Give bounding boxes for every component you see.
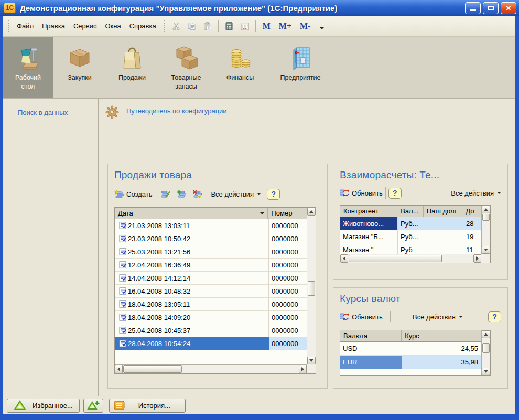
section-label: Продажи [118, 73, 146, 82]
table-row[interactable]: 18.04.2008 13:05:110000000 [115, 298, 316, 311]
document-check-icon [119, 287, 127, 295]
column-header-currency[interactable]: Валюта [340, 330, 402, 341]
currency-table: Валюта Курс USD 24,55 EUR [340, 330, 491, 376]
table-row[interactable]: Магазин "Б... Руб... 19 [340, 230, 490, 243]
currency-all-actions-button[interactable]: Все действия [413, 313, 463, 321]
table-row-selected[interactable]: Животново... Руб... 28 [340, 217, 490, 230]
column-header-date[interactable]: Дата [115, 208, 268, 219]
menu-service[interactable]: Сервис [69, 20, 101, 32]
table-row[interactable]: 12.04.2008 16:36:490000000 [115, 259, 316, 272]
calculator-button[interactable] [222, 19, 236, 33]
scroll-down-button[interactable] [482, 368, 490, 375]
scroll-left-button[interactable] [340, 254, 348, 263]
scrollbar-thumb[interactable] [123, 365, 182, 373]
table-row-selected[interactable]: 28.04.2008 10:54:240000000 [115, 337, 316, 350]
create-button[interactable]: Создать [114, 190, 152, 198]
section-purchases[interactable]: Закупки [53, 37, 106, 98]
arrow-left-icon [117, 367, 120, 371]
scrollbar-thumb[interactable] [482, 343, 490, 353]
menu-file[interactable]: Файл [13, 20, 38, 32]
calendar-button[interactable] [237, 19, 252, 33]
history-button[interactable]: История... [109, 399, 186, 413]
menu-windows[interactable]: Окна [101, 20, 125, 32]
sales-table: Дата Номер 21.03.2008 13:03:110000000 23… [114, 207, 316, 374]
scroll-down-button[interactable] [482, 246, 490, 254]
menu-help[interactable]: Справка [125, 20, 160, 32]
all-actions-label: Все действия [451, 189, 494, 197]
scroll-up-button[interactable] [307, 208, 316, 216]
table-row[interactable]: 23.03.2008 10:50:420000000 [115, 232, 316, 245]
workspace: Поиск в данных [3, 99, 515, 396]
edit-button[interactable] [158, 187, 173, 201]
minimize-button[interactable] [465, 2, 481, 14]
sales-all-actions-button[interactable]: Все действия [211, 190, 261, 198]
mutual-help-button[interactable]: ? [388, 188, 402, 199]
panels-row: Продажи товара Создать [99, 156, 515, 396]
table-row[interactable]: Магазин " Руб 11 [340, 243, 490, 254]
section-inventory[interactable]: Товарныезапасы [158, 37, 214, 98]
scroll-right-button[interactable] [299, 365, 307, 373]
table-row[interactable]: 21.03.2008 13:03:110000000 [115, 219, 316, 232]
table-row[interactable]: 16.04.2008 10:48:320000000 [115, 285, 316, 298]
horizontal-scrollbar[interactable] [340, 254, 481, 263]
desktop-top-row: Путеводитель по конфигурации [99, 99, 515, 156]
add-button[interactable] [174, 187, 189, 201]
maximize-button[interactable] [483, 2, 499, 14]
column-header-currency[interactable]: Вал... [397, 206, 424, 217]
scroll-right-button[interactable] [473, 254, 481, 263]
column-header-number[interactable]: Номер [268, 208, 307, 219]
section-desktop[interactable]: Рабочийстол [3, 37, 53, 98]
table-row[interactable]: 25.03.2008 13:21:560000000 [115, 245, 316, 259]
scrollbar-thumb[interactable] [308, 281, 315, 296]
configuration-guide-link[interactable]: Путеводитель по конфигурации [126, 107, 227, 115]
memory-subtract-button[interactable]: M- [296, 21, 315, 31]
table-row[interactable]: USD 24,55 [340, 342, 490, 356]
vertical-scrollbar[interactable] [481, 330, 490, 375]
section-finance[interactable]: Финансы [214, 37, 266, 98]
sales-help-button[interactable]: ? [267, 189, 280, 200]
refresh-button[interactable]: Обновить [340, 189, 383, 197]
horizontal-scrollbar[interactable] [115, 364, 307, 373]
scroll-up-button[interactable] [482, 206, 490, 213]
section-sales[interactable]: Продажи [106, 37, 158, 98]
scroll-down-button[interactable] [307, 357, 316, 364]
table-row-selected[interactable]: EUR 35,98 [340, 356, 490, 369]
table-row[interactable]: 14.04.2008 14:12:140000000 [115, 272, 316, 285]
scrollbar-thumb[interactable] [349, 255, 442, 262]
delete-button[interactable] [190, 187, 204, 201]
add-plus-icon [177, 190, 186, 198]
scrollbar-thumb[interactable] [482, 214, 490, 221]
currency-help-button[interactable]: ? [488, 311, 501, 322]
toolbar-separator [218, 20, 219, 32]
column-header-rate[interactable]: Курс [402, 330, 481, 341]
sidebar: Поиск в данных [3, 99, 99, 396]
copy-button[interactable] [185, 19, 199, 33]
mutual-all-actions-button[interactable]: Все действия [451, 189, 501, 197]
vertical-scrollbar[interactable] [481, 206, 490, 254]
table-row[interactable]: 18.04.2008 14:09:200000000 [115, 311, 316, 324]
paste-button[interactable] [200, 19, 215, 33]
edit-pencil-icon [161, 190, 170, 198]
create-button-label: Создать [126, 190, 152, 198]
memory-recall-button[interactable]: M [258, 21, 275, 31]
column-header-our-debt[interactable]: Наш долг [424, 206, 462, 217]
favorites-button[interactable]: Избранное... [7, 399, 80, 413]
close-button[interactable]: × [501, 2, 516, 14]
toolbar-grip-handle[interactable] [164, 20, 165, 32]
table-row[interactable]: 25.04.2008 10:45:370000000 [115, 324, 316, 337]
scroll-up-button[interactable] [482, 330, 490, 338]
scroll-left-button[interactable] [115, 365, 123, 373]
add-to-favorites-button[interactable] [83, 399, 103, 413]
column-header-debt[interactable]: До [462, 206, 481, 217]
menu-edit[interactable]: Правка [38, 20, 69, 32]
vertical-scrollbar[interactable] [307, 208, 316, 364]
column-header-contractor[interactable]: Контрагент [340, 206, 397, 217]
section-enterprise[interactable]: Предприятие [266, 37, 334, 98]
toolbar-overflow-button[interactable] [317, 22, 327, 30]
search-in-data-link[interactable]: Поиск в данных [18, 109, 68, 116]
refresh-button[interactable]: Обновить [340, 313, 383, 321]
toolbar-grip-handle[interactable] [8, 20, 9, 32]
application-window: 1С Демонстрационная конфигурация "Управл… [0, 0, 519, 420]
memory-add-button[interactable]: M+ [275, 21, 296, 31]
cut-button[interactable] [169, 19, 183, 33]
